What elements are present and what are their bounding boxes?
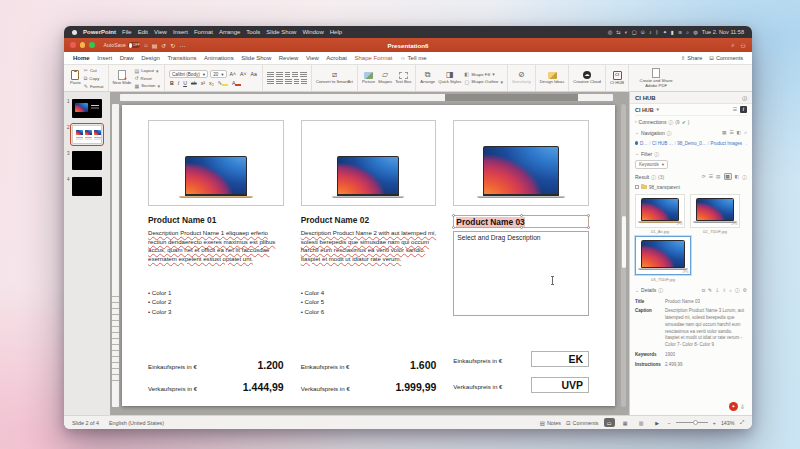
shape-outline-button[interactable]: ▢Shape Outline▾ <box>464 79 502 85</box>
slide-1-thumbnail[interactable] <box>72 99 102 118</box>
slide-canvas[interactable]: Product Name 01 Description Product Name… <box>122 105 615 406</box>
line-spacing-icon[interactable] <box>300 72 307 78</box>
convert-to-smartart-button[interactable]: ⧄Convert to SmartArt <box>316 71 353 85</box>
more-commands-icon[interactable]: ⋯ <box>179 42 185 49</box>
home-icon[interactable]: ⌂ <box>144 42 148 48</box>
list-view-icon[interactable]: ☰ <box>709 174 713 179</box>
comments-button[interactable]: ⊡Comments <box>709 55 743 61</box>
horizontal-ruler[interactable] <box>120 94 613 101</box>
font-color-button[interactable]: A <box>231 80 242 86</box>
tab-home[interactable]: Home <box>73 55 90 61</box>
layout-button[interactable]: ▤Layout▾ <box>134 68 160 74</box>
strikethrough-button[interactable]: ab <box>190 80 198 86</box>
menu-item-window[interactable]: Window <box>302 29 323 35</box>
comments-button[interactable]: ⊡Comments <box>566 420 599 426</box>
siri-icon[interactable]: ◍ <box>693 29 698 35</box>
menu-item-slideshow[interactable]: Slide Show <box>266 29 296 35</box>
increase-indent-icon[interactable] <box>292 72 298 78</box>
asset-item-1[interactable]: JPG 01_Air.jpg <box>635 194 685 234</box>
arrange-button[interactable]: ⧉Arrange <box>420 71 435 85</box>
menu-item-insert[interactable]: Insert <box>173 29 188 35</box>
apple-menu-icon[interactable] <box>72 30 77 35</box>
menubar-clock[interactable]: Tue 2. Nov 11:58 <box>702 29 744 35</box>
split-view-icon[interactable]: ◧ <box>737 130 742 135</box>
onepassword-icon[interactable]: ◐ <box>625 29 628 35</box>
vertical-ruler[interactable] <box>112 104 119 407</box>
italic-button[interactable]: I <box>177 80 180 86</box>
breadcrumb-hub[interactable]: CI HUB … <box>652 141 673 146</box>
fit-to-window-icon[interactable]: ⤢ <box>740 419 744 426</box>
spotlight-icon[interactable]: ⌕ <box>686 29 689 36</box>
menu-item-help[interactable]: Help <box>330 29 342 35</box>
details-section[interactable]: ⌄ Details ⓘ ⧉ ✎ ⇩ ⇧ ⌕ ⓘ ⚙ <box>635 285 747 296</box>
external-link-icon[interactable]: ⧉ <box>702 288 705 293</box>
edit-icon[interactable]: ✎ <box>708 288 712 293</box>
info-icon[interactable]: ⓘ <box>735 287 740 293</box>
align-left-icon[interactable] <box>267 79 274 85</box>
large-grid-icon[interactable]: ◧ <box>735 174 740 179</box>
medium-grid-icon[interactable]: ▦ <box>724 173 732 180</box>
thumbnail-row-1[interactable]: 1 <box>64 99 110 118</box>
notification-badge[interactable]: ✦ <box>729 402 738 411</box>
keywords-filter-dropdown[interactable]: Keywords▾ <box>635 160 668 169</box>
tab-acrobat[interactable]: Acrobat <box>326 55 347 61</box>
product-1-color-list[interactable]: Color 1 Color 2 Color 3 <box>148 288 284 317</box>
retail-price-row[interactable]: Verkaufspreis in €1.444,99 <box>148 381 284 393</box>
slide-3-thumbnail[interactable] <box>72 151 102 170</box>
small-grid-icon[interactable]: ▤ <box>716 174 721 179</box>
retail-price-field[interactable]: UVP <box>531 377 589 393</box>
product-2-image-frame[interactable] <box>301 120 437 206</box>
info-icon[interactable]: ⓘ <box>742 174 747 180</box>
redo-icon[interactable]: ↻ <box>170 42 175 49</box>
menu-item-arrange[interactable]: Arrange <box>219 29 240 35</box>
selection-handle[interactable] <box>452 226 455 229</box>
tab-animations[interactable]: Animations <box>204 55 234 61</box>
thumbnail-row-2[interactable]: 2 <box>64 125 110 144</box>
close-window-button[interactable] <box>70 42 76 48</box>
tab-draw[interactable]: Draw <box>120 55 134 61</box>
download-arrow-icon[interactable]: ⇩ <box>740 403 745 410</box>
menu-app-name[interactable]: PowerPoint <box>83 29 116 35</box>
paste-button[interactable]: Paste <box>70 70 81 86</box>
slide-2-thumbnail[interactable] <box>72 125 102 144</box>
search-icon[interactable]: ⌕ <box>729 288 732 293</box>
asset-item-2[interactable]: JPG 02_75DiF.jpg <box>690 194 740 234</box>
bullets-icon[interactable] <box>267 72 274 78</box>
panel-options-icon[interactable]: ⓘ <box>742 95 747 101</box>
product-1-title[interactable]: Product Name 01 <box>148 215 284 227</box>
thumbnail-row-4[interactable]: 4 <box>64 177 110 196</box>
font-name-select[interactable]: Calibri (Body)▾ <box>169 70 208 78</box>
upload-icon[interactable]: ⇧ <box>722 288 726 293</box>
selection-handle[interactable] <box>587 214 590 217</box>
subscript-button[interactable]: x₂ <box>208 80 215 86</box>
product-3-description-dropzone[interactable]: Select and Drag Description <box>453 231 589 316</box>
spark-icon[interactable]: ✦ <box>663 29 667 35</box>
tell-me-control[interactable]: ☼ Tell me <box>400 55 427 61</box>
list-view-icon[interactable]: ☰ <box>729 130 733 135</box>
folder-row[interactable]: 98_transparent <box>635 182 747 192</box>
connections-section[interactable]: › Connections ⓘ (9 ✔) <box>635 116 747 127</box>
shapes-button[interactable]: ▱Shapes <box>378 71 392 85</box>
purchase-price-row[interactable]: Einkaufspreis in €1.200 <box>148 359 284 371</box>
breadcrumb[interactable]: D…/ CI HUB …/ 98_Demo_0…/ Product Images… <box>635 138 747 148</box>
undo-icon[interactable]: ↺ <box>161 42 166 49</box>
menu-item-file[interactable]: File <box>122 29 132 35</box>
tab-view[interactable]: View <box>306 55 319 61</box>
reset-button[interactable]: ↺Reset <box>134 75 160 81</box>
download-icon[interactable]: ⇩ <box>715 288 719 293</box>
underline-button[interactable]: U <box>182 80 188 86</box>
bold-button[interactable]: B <box>169 80 175 86</box>
battery-icon[interactable]: ▮ <box>671 29 674 35</box>
picture-button[interactable]: Picture <box>362 72 375 85</box>
new-slide-button[interactable]: New Slide <box>113 70 132 86</box>
product-1-image-frame[interactable] <box>148 120 284 206</box>
result-section[interactable]: Result ⓘ (3) ⟳ ☰ ▤ ▦ ◧ ⓘ <box>635 171 747 182</box>
thumbnail-row-3[interactable]: 3 <box>64 151 110 170</box>
autosave-toggle[interactable]: OFF <box>128 42 140 48</box>
purchase-price-row[interactable]: Einkaufspreis in €1.600 <box>301 359 437 371</box>
selection-handle[interactable] <box>587 226 590 229</box>
menu-item-edit[interactable]: Edit <box>138 29 148 35</box>
shape-fill-button[interactable]: ◧Shape Fill▾ <box>464 71 502 77</box>
sync-icon[interactable]: ⇆ <box>616 29 620 35</box>
tab-review[interactable]: Review <box>279 55 299 61</box>
